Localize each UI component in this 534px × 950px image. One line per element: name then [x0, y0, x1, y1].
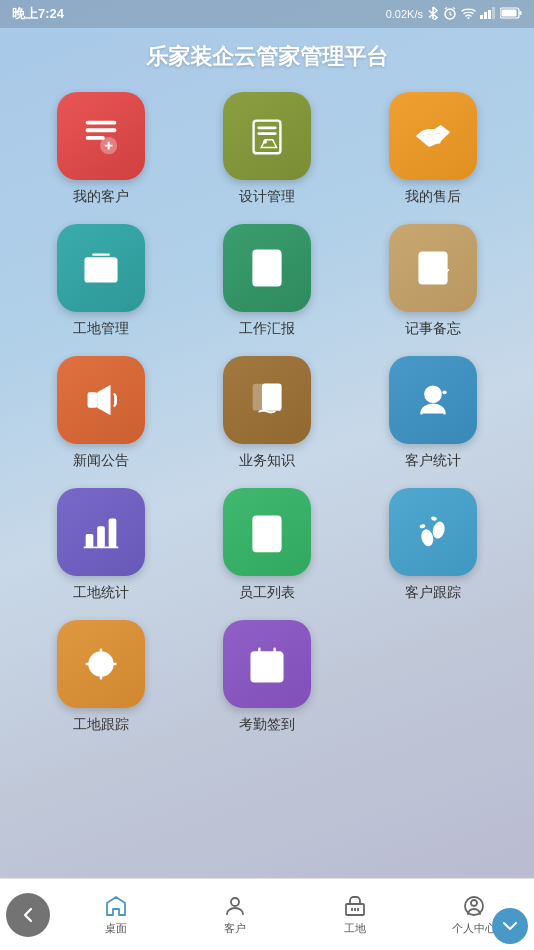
svg-point-17 [437, 140, 441, 144]
main-grid-area: 我的客户设计管理我的售后工地管理工作汇报记事备忘新闻公告业务知识客户统计工地统计… [0, 82, 534, 878]
network-speed: 0.02K/s [386, 8, 423, 20]
alarm-icon [443, 6, 457, 22]
svg-rect-39 [254, 517, 281, 552]
svg-rect-9 [86, 121, 117, 125]
svg-point-33 [425, 387, 440, 402]
nav-desktop-label: 桌面 [105, 921, 127, 936]
svg-point-45 [419, 524, 426, 529]
signal-icon [480, 7, 496, 21]
grid-item-attendance[interactable]: 考勤签到 [194, 620, 340, 734]
svg-point-61 [471, 900, 477, 906]
svg-rect-18 [86, 258, 117, 281]
icon-box-site-mgmt [57, 224, 145, 312]
icon-box-news-notice [57, 356, 145, 444]
status-time: 晚上7:24 [12, 5, 64, 23]
icon-label-site-stat: 工地统计 [73, 584, 129, 602]
grid-item-site-track[interactable]: 工地跟踪 [28, 620, 174, 734]
expand-button[interactable] [492, 908, 528, 944]
wifi-icon [461, 7, 476, 21]
battery-icon [500, 7, 522, 21]
bottom-nav: 桌面 客户 工地 个人中心 [0, 878, 534, 950]
svg-rect-35 [86, 534, 94, 547]
svg-point-55 [231, 898, 239, 906]
status-right: 0.02K/s [386, 6, 522, 22]
svg-point-44 [431, 520, 447, 540]
icon-label-site-track: 工地跟踪 [73, 716, 129, 734]
icon-grid: 我的客户设计管理我的售后工地管理工作汇报记事备忘新闻公告业务知识客户统计工地统计… [28, 92, 506, 734]
svg-rect-14 [257, 126, 276, 129]
grid-item-customer-stat[interactable]: 客户统计 [360, 356, 506, 470]
svg-rect-5 [492, 7, 495, 19]
icon-box-design-mgmt [223, 92, 311, 180]
icon-box-employee-list [223, 488, 311, 576]
grid-item-work-report[interactable]: 工作汇报 [194, 224, 340, 338]
grid-item-memo[interactable]: 记事备忘 [360, 224, 506, 338]
nav-customer[interactable]: 客户 [176, 888, 296, 942]
icon-box-my-aftersale [389, 92, 477, 180]
icon-box-customer-track [389, 488, 477, 576]
icon-label-work-report: 工作汇报 [239, 320, 295, 338]
icon-box-biz-knowledge [223, 356, 311, 444]
icon-box-site-track [57, 620, 145, 708]
svg-rect-27 [88, 392, 98, 407]
svg-point-1 [468, 17, 470, 19]
icon-label-site-mgmt: 工地管理 [73, 320, 129, 338]
icon-label-news-notice: 新闻公告 [73, 452, 129, 470]
grid-item-site-stat[interactable]: 工地统计 [28, 488, 174, 602]
svg-rect-25 [420, 253, 447, 284]
svg-point-46 [431, 516, 438, 521]
nav-site-label: 工地 [344, 921, 366, 936]
icon-label-design-mgmt: 设计管理 [239, 188, 295, 206]
svg-rect-21 [254, 251, 281, 286]
svg-point-48 [97, 660, 105, 668]
grid-item-employee-list[interactable]: 员工列表 [194, 488, 340, 602]
app-title: 乐家装企云管家管理平台 [0, 28, 534, 82]
svg-rect-2 [480, 15, 483, 19]
nav-profile-label: 个人中心 [452, 921, 496, 936]
svg-rect-7 [502, 10, 517, 17]
svg-rect-19 [91, 270, 99, 280]
grid-item-news-notice[interactable]: 新闻公告 [28, 356, 174, 470]
bluetooth-icon [427, 6, 439, 22]
icon-label-my-customer: 我的客户 [73, 188, 129, 206]
icon-label-attendance: 考勤签到 [239, 716, 295, 734]
grid-item-my-customer[interactable]: 我的客户 [28, 92, 174, 206]
svg-rect-37 [109, 519, 117, 548]
grid-item-site-mgmt[interactable]: 工地管理 [28, 224, 174, 338]
svg-rect-29 [263, 385, 280, 410]
svg-point-16 [263, 140, 267, 144]
svg-rect-20 [103, 270, 111, 276]
icon-box-work-report [223, 224, 311, 312]
svg-rect-10 [86, 128, 117, 132]
icon-box-customer-stat [389, 356, 477, 444]
icon-label-customer-track: 客户跟踪 [405, 584, 461, 602]
icon-box-site-stat [57, 488, 145, 576]
grid-item-design-mgmt[interactable]: 设计管理 [194, 92, 340, 206]
back-button[interactable] [6, 893, 50, 937]
grid-item-customer-track[interactable]: 客户跟踪 [360, 488, 506, 602]
icon-label-biz-knowledge: 业务知识 [239, 452, 295, 470]
svg-rect-11 [86, 136, 105, 140]
status-bar: 晚上7:24 0.02K/s [0, 0, 534, 28]
nav-customer-label: 客户 [224, 921, 246, 936]
icon-box-my-customer [57, 92, 145, 180]
svg-point-43 [419, 528, 435, 548]
nav-site[interactable]: 工地 [295, 888, 415, 942]
svg-rect-4 [488, 10, 491, 19]
grid-item-my-aftersale[interactable]: 我的售后 [360, 92, 506, 206]
svg-rect-13 [254, 121, 281, 154]
icon-label-my-aftersale: 我的售后 [405, 188, 461, 206]
svg-rect-8 [520, 11, 522, 15]
svg-rect-3 [484, 12, 487, 19]
icon-box-memo [389, 224, 477, 312]
icon-label-customer-stat: 客户统计 [405, 452, 461, 470]
icon-box-attendance [223, 620, 311, 708]
svg-rect-15 [257, 132, 276, 135]
svg-rect-36 [97, 526, 105, 547]
icon-label-employee-list: 员工列表 [239, 584, 295, 602]
nav-desktop[interactable]: 桌面 [56, 888, 176, 942]
grid-item-biz-knowledge[interactable]: 业务知识 [194, 356, 340, 470]
icon-label-memo: 记事备忘 [405, 320, 461, 338]
